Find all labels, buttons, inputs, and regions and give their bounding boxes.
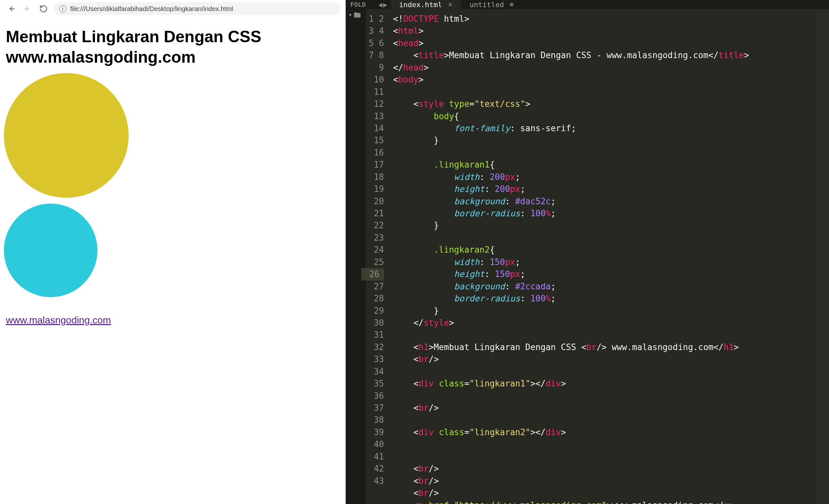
editor-tabbar: FOLD ◀ ▶ index.html × untitled [346,0,829,9]
tab-nav-arrows[interactable]: ◀ ▶ [375,0,391,9]
forward-button[interactable] [22,3,33,14]
back-button[interactable] [5,3,17,14]
tab-untitled[interactable]: untitled [461,0,522,9]
circle-1 [4,73,129,198]
heading-line2: www.malasngoding.com [6,48,195,66]
heading-line1: Membuat Lingkaran Dengan CSS [6,28,261,46]
folder-sidebar[interactable]: ▼ [346,9,366,504]
tab-prev-icon[interactable]: ◀ [378,1,382,9]
editor-body: ▼ 1 2 3 4 5 6 7 8 9 10 11 12 13 14 15 16… [346,9,829,504]
page-heading: Membuat Lingkaran Dengan CSS www.malasng… [6,27,340,67]
circle-2 [4,204,98,297]
dirty-indicator-icon [510,3,513,6]
tab-label: untitled [469,1,504,9]
line-gutter[interactable]: 1 2 3 4 5 6 7 8 9 10 11 12 13 14 15 16 1… [366,9,389,504]
browser-viewport: Membuat Lingkaran Dengan CSS www.malasng… [0,17,346,504]
tab-label: index.html [399,1,442,9]
minimap[interactable] [815,9,829,504]
footer-link[interactable]: www.malasngoding.com [6,315,111,325]
code-editor: FOLD ◀ ▶ index.html × untitled ▼ 1 2 3 4… [346,0,829,504]
site-info-icon[interactable]: i [59,5,66,12]
folder-icon [353,11,361,19]
reload-button[interactable] [38,3,49,14]
browser-window: i file:///Users/dikialfarabihadi/Desktop… [0,0,346,504]
browser-toolbar: i file:///Users/dikialfarabihadi/Desktop… [0,0,346,17]
address-bar[interactable]: i file:///Users/dikialfarabihadi/Desktop… [54,2,340,15]
tab-next-icon[interactable]: ▶ [383,1,387,9]
disclosure-triangle-icon[interactable]: ▼ [349,12,352,17]
sidebar-header[interactable]: FOLD [346,0,375,9]
code-area[interactable]: <!DOCTYPE html><html><head> <title>Membu… [389,9,815,504]
close-icon[interactable]: × [448,0,453,9]
url-text: file:///Users/dikialfarabihadi/Desktop/l… [70,5,233,13]
folder-row[interactable]: ▼ [346,11,366,19]
tab-index-html[interactable]: index.html × [391,0,461,9]
